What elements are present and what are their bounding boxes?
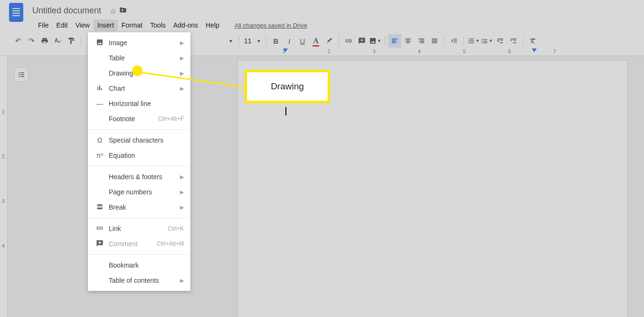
print-button[interactable]	[38, 34, 51, 48]
vertical-ruler: 1 2 3 4	[0, 56, 8, 317]
numbered-list-button[interactable]: ▼	[467, 34, 480, 48]
menubar: File Edit View Insert Format Tools Add-o…	[34, 18, 644, 32]
horizontal-line-icon: ―	[95, 100, 105, 107]
align-left-button[interactable]	[388, 34, 401, 48]
font-size-value: 11	[244, 37, 252, 45]
redo-button[interactable]: ↷	[25, 34, 38, 48]
menu-file[interactable]: File	[34, 19, 53, 31]
page-break-icon	[95, 203, 105, 212]
link-icon	[95, 224, 105, 233]
align-center-button[interactable]	[401, 34, 415, 48]
menu-item-equation[interactable]: π² Equation	[88, 148, 190, 163]
menu-item-chart[interactable]: Chart ▶	[88, 81, 190, 96]
annotation-dot	[132, 66, 142, 76]
menu-edit[interactable]: Edit	[53, 19, 72, 31]
chevron-right-icon: ▶	[180, 278, 184, 284]
text-color-button[interactable]: A	[309, 34, 322, 48]
menu-item-headers-footers[interactable]: Headers & footers ▶	[88, 169, 190, 184]
spellcheck-button[interactable]	[51, 34, 65, 48]
menu-item-special-characters[interactable]: Ω Special characters	[88, 133, 190, 148]
paint-format-button[interactable]	[65, 34, 78, 48]
menu-item-comment: Comment Ctrl+Alt+M	[88, 236, 190, 251]
menu-item-link[interactable]: Link Ctrl+K	[88, 221, 190, 236]
chevron-right-icon: ▶	[180, 40, 184, 46]
menu-help[interactable]: Help	[202, 19, 223, 31]
styles-dropdown[interactable]: ▼	[203, 35, 236, 47]
menu-tools[interactable]: Tools	[146, 19, 170, 31]
move-folder-icon[interactable]	[119, 6, 127, 16]
menu-item-table[interactable]: Table ▶	[88, 50, 190, 66]
menu-item-page-numbers[interactable]: Page numbers ▶	[88, 184, 190, 200]
chevron-right-icon: ▶	[180, 189, 184, 195]
line-spacing-button[interactable]	[447, 34, 461, 48]
annotation-text: Drawing	[271, 81, 304, 92]
bulleted-list-button[interactable]: ▼	[480, 34, 493, 48]
menu-item-horizontal-line[interactable]: ― Horizontal line	[88, 96, 190, 111]
annotation-callout: Drawing	[245, 70, 330, 103]
chevron-right-icon: ▶	[180, 174, 184, 180]
increase-indent-button[interactable]	[507, 34, 520, 48]
menu-item-break[interactable]: Break ▶	[88, 200, 190, 215]
menu-item-image[interactable]: Image ▶	[88, 35, 190, 50]
bold-button[interactable]: B	[269, 34, 283, 48]
undo-button[interactable]: ↶	[11, 34, 25, 48]
save-status[interactable]: All changes saved in Drive	[235, 22, 307, 29]
menu-insert[interactable]: Insert	[94, 19, 118, 31]
omega-icon: Ω	[95, 136, 105, 144]
insert-comment-button[interactable]	[355, 34, 369, 48]
insert-image-button[interactable]: ▼	[369, 34, 382, 48]
chevron-right-icon: ▶	[180, 86, 184, 92]
underline-button[interactable]: U	[296, 34, 309, 48]
image-icon	[95, 38, 105, 48]
document-title[interactable]: Untitled document	[29, 5, 104, 17]
menu-item-footnote[interactable]: Footnote Ctrl+Alt+F	[88, 111, 190, 126]
star-icon[interactable]: ☆	[110, 7, 116, 16]
menu-item-bookmark[interactable]: Bookmark	[88, 258, 190, 273]
align-justify-button[interactable]	[428, 34, 441, 48]
menu-item-table-of-contents[interactable]: Table of contents ▶	[88, 273, 190, 288]
google-docs-logo[interactable]	[7, 3, 26, 22]
font-size-input[interactable]: 11 ▼	[242, 35, 263, 47]
chevron-down-icon: ▼	[256, 38, 261, 44]
italic-button[interactable]: I	[283, 34, 296, 48]
comment-icon	[95, 240, 105, 249]
chart-icon	[95, 84, 105, 93]
highlight-button[interactable]	[322, 34, 336, 48]
menu-format[interactable]: Format	[118, 19, 146, 31]
chevron-right-icon: ▶	[180, 55, 184, 61]
equation-icon: π²	[95, 152, 105, 159]
document-outline-button[interactable]	[14, 67, 28, 82]
menu-view[interactable]: View	[72, 19, 94, 31]
insert-link-button[interactable]	[342, 34, 355, 48]
menu-addons[interactable]: Add-ons	[170, 19, 202, 31]
text-cursor	[285, 107, 286, 115]
decrease-indent-button[interactable]	[493, 34, 507, 48]
clear-formatting-button[interactable]	[526, 34, 540, 48]
chevron-right-icon: ▶	[180, 70, 184, 77]
align-right-button[interactable]	[415, 34, 428, 48]
chevron-right-icon: ▶	[180, 204, 184, 211]
